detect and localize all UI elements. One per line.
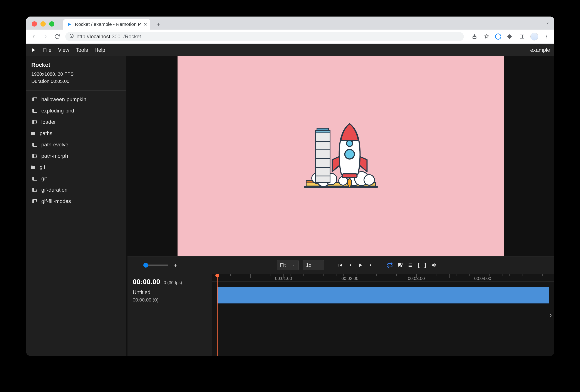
- fit-dropdown[interactable]: Fit: [277, 260, 299, 270]
- film-icon: [32, 96, 38, 103]
- controls-row: − ＋ Fit 1: [128, 256, 554, 274]
- out-point-button[interactable]: ]: [425, 262, 427, 268]
- profile-avatar[interactable]: [530, 33, 538, 40]
- svg-rect-2: [520, 35, 524, 38]
- forward-button[interactable]: [42, 33, 49, 40]
- sidebar-folder[interactable]: gif: [26, 162, 126, 173]
- menu-tools[interactable]: Tools: [76, 47, 88, 53]
- sidebar-folder[interactable]: paths: [26, 128, 126, 139]
- zoom-out-button[interactable]: −: [134, 262, 141, 268]
- browser-window: Rocket / example - Remotion P ✕ ＋ ⌄: [26, 16, 554, 356]
- composition-duration: Duration 00:05.00: [31, 78, 121, 85]
- svg-rect-86: [398, 265, 400, 267]
- browser-tab[interactable]: Rocket / example - Remotion P ✕: [63, 19, 150, 30]
- svg-point-81: [345, 149, 354, 159]
- sidebar-composition[interactable]: exploding-bird: [26, 105, 126, 116]
- menu-help[interactable]: Help: [94, 47, 105, 53]
- play-button[interactable]: [358, 262, 363, 268]
- url-scheme: http://: [77, 33, 90, 39]
- url-text: http://localhost:3001/Rocket: [77, 33, 141, 40]
- timeline-ruler[interactable]: 00:01.0000:02.0000:03.0000:04.00: [212, 274, 554, 282]
- site-info-icon[interactable]: [69, 33, 74, 40]
- project-name-label[interactable]: example: [530, 47, 550, 53]
- svg-rect-79: [317, 128, 328, 130]
- sidepanel-icon[interactable]: [518, 33, 526, 40]
- playback-controls: Fit 1x: [240, 260, 548, 270]
- url-host: localhost: [90, 33, 110, 39]
- timeline-playhead[interactable]: [217, 274, 218, 356]
- next-frame-button[interactable]: [368, 262, 373, 268]
- sidebar-item-label: halloween-pumpkin: [41, 96, 86, 103]
- window-traffic-lights: [32, 21, 54, 26]
- film-icon: [32, 119, 38, 125]
- checkerboard-button[interactable]: [398, 262, 403, 268]
- chevron-right-icon[interactable]: ›: [550, 311, 552, 319]
- timeline-current-time: 00:00.00 0 (30 fps): [133, 278, 206, 286]
- address-bar[interactable]: http://localhost:3001/Rocket: [65, 32, 464, 41]
- sidebar-composition[interactable]: gif-duration: [26, 184, 126, 196]
- sidebar-item-label: gif: [40, 164, 45, 170]
- sidebar-composition[interactable]: path-evolve: [26, 139, 126, 150]
- menu-file[interactable]: File: [43, 47, 52, 53]
- film-icon: [32, 176, 38, 182]
- timeline-clip[interactable]: [217, 287, 549, 303]
- reload-button[interactable]: [53, 33, 61, 40]
- browser-chrome: Rocket / example - Remotion P ✕ ＋ ⌄: [26, 16, 554, 44]
- timeline-track-row: [217, 287, 549, 303]
- sidebar-composition[interactable]: loader: [26, 116, 126, 128]
- svg-rect-83: [398, 263, 400, 265]
- onepassword-icon[interactable]: [495, 33, 501, 40]
- window-minimize-button[interactable]: [40, 21, 46, 26]
- preview-canvas[interactable]: [177, 56, 504, 256]
- fit-label: Fit: [280, 262, 286, 268]
- zoom-group: − ＋: [134, 262, 235, 268]
- speed-label: 1x: [306, 262, 311, 268]
- close-icon[interactable]: ✕: [144, 22, 147, 27]
- window-close-button[interactable]: [32, 21, 37, 26]
- puzzle-icon[interactable]: [506, 33, 513, 40]
- new-tab-button[interactable]: ＋: [155, 20, 162, 28]
- in-point-button[interactable]: [: [418, 262, 420, 268]
- folder-icon: [30, 164, 36, 170]
- extensions-row: [471, 33, 550, 40]
- share-icon[interactable]: [471, 33, 478, 40]
- chevron-down-icon: [317, 262, 321, 268]
- menu-view[interactable]: View: [58, 47, 69, 53]
- timeline: 00:00.00 0 (30 fps) Untitled 00:00.00 (0…: [128, 274, 554, 356]
- zoom-slider[interactable]: [145, 264, 168, 266]
- skip-start-button[interactable]: [337, 262, 343, 268]
- tab-strip: Rocket / example - Remotion P ✕ ＋ ⌄: [26, 16, 554, 30]
- svg-rect-82: [342, 174, 357, 178]
- browser-toolbar: http://localhost:3001/Rocket: [26, 30, 554, 43]
- film-icon: [32, 187, 38, 193]
- volume-button[interactable]: [431, 262, 437, 268]
- sidebar-item-label: gif: [41, 176, 47, 182]
- composition-meta: 1920x1080, 30 FPS: [31, 70, 121, 78]
- timeline-time-value: 00:00.00: [133, 278, 160, 286]
- back-button[interactable]: [30, 33, 37, 40]
- star-icon[interactable]: [483, 33, 490, 40]
- timeline-info-panel: 00:00.00 0 (30 fps) Untitled 00:00.00 (0…: [128, 274, 212, 356]
- sidebar-composition[interactable]: path-morph: [26, 150, 126, 162]
- chevron-down-icon[interactable]: ⌄: [546, 19, 550, 27]
- sidebar-composition[interactable]: halloween-pumpkin: [26, 94, 126, 105]
- list-lines-icon[interactable]: [408, 262, 413, 268]
- timeline-tracks[interactable]: 00:01.0000:02.0000:03.0000:04.00 ›: [212, 274, 554, 356]
- svg-point-5: [546, 38, 547, 38]
- loop-button[interactable]: [387, 262, 393, 268]
- kebab-menu-icon[interactable]: [543, 33, 550, 40]
- sidebar-composition[interactable]: gif: [26, 173, 126, 184]
- sidebar-item-label: gif-fill-modes: [41, 198, 71, 204]
- prev-frame-button[interactable]: [348, 262, 353, 268]
- svg-rect-84: [401, 265, 402, 267]
- remotion-logo-icon[interactable]: [30, 47, 36, 53]
- timeline-fps-label: 0 (30 fps): [164, 280, 182, 285]
- svg-rect-85: [401, 263, 402, 265]
- composition-list: halloween-pumpkinexploding-birdloaderpat…: [26, 91, 126, 356]
- zoom-in-button[interactable]: ＋: [172, 262, 179, 268]
- sidebar-item-label: exploding-bird: [41, 108, 74, 114]
- window-zoom-button[interactable]: [49, 21, 54, 26]
- zoom-slider-thumb[interactable]: [143, 263, 148, 267]
- speed-dropdown[interactable]: 1x: [303, 260, 324, 270]
- sidebar-composition[interactable]: gif-fill-modes: [26, 196, 126, 207]
